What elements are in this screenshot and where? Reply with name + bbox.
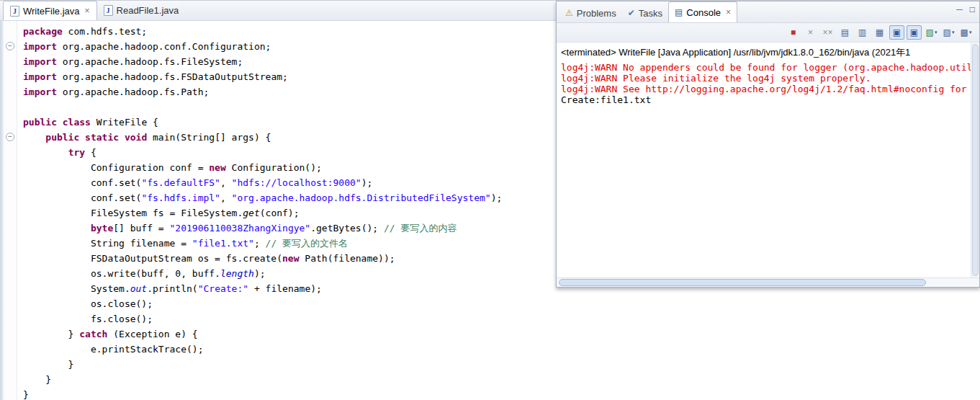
tab-problems[interactable]: ⚠ Problems: [559, 4, 622, 22]
dropdown-arrow-icon[interactable]: ▾: [969, 30, 972, 35]
tasks-icon: ✔: [628, 9, 635, 17]
console-output-line: log4j:WARN No appenders could be found f…: [561, 62, 975, 73]
eclipse-window: J WriteFile.java × J ReadFile1.java − − …: [0, 0, 980, 400]
fold-collapse-icon[interactable]: −: [6, 42, 14, 50]
show-stdout-button[interactable]: ▣: [889, 25, 904, 40]
code-line: }: [23, 387, 980, 400]
scrollbar-thumb[interactable]: [559, 279, 926, 286]
editor-tabbar: J WriteFile.java × J ReadFile1.java: [0, 1, 556, 21]
tab-tasks[interactable]: ✔ Tasks: [622, 4, 668, 22]
open-console-icon: ▧: [926, 27, 934, 37]
clear-console-button[interactable]: ▤: [837, 25, 853, 40]
console-output-line: log4j:WARN See http://logging.apache.org…: [561, 84, 975, 94]
fold-column: − −: [4, 21, 17, 400]
terminate-button[interactable]: ■: [786, 25, 801, 40]
tab-writefile-java[interactable]: J WriteFile.java ×: [3, 1, 97, 20]
display-console-button[interactable]: ▨▾: [941, 25, 956, 40]
display-console-icon: ▨: [943, 27, 951, 37]
console-output: log4j:WARN No appenders could be found f…: [557, 60, 979, 107]
problems-icon: ⚠: [565, 9, 573, 17]
code-line: fs.close();: [23, 311, 980, 326]
terminate-icon: ■: [791, 27, 796, 37]
console-view: ⚠ Problems ✔ Tasks ▤ Console × ─ □ ■×××▤…: [556, 1, 980, 288]
window-left-edge: [0, 1, 4, 400]
minimize-button[interactable]: ─: [956, 4, 963, 14]
tab-label: Tasks: [639, 8, 662, 19]
maximize-button[interactable]: □: [970, 4, 975, 14]
java-file-icon: J: [10, 6, 19, 17]
remove-launch-icon: ×: [808, 27, 813, 37]
code-line: }: [23, 357, 980, 372]
console-status-line: <terminated> WriteFile [Java Application…: [557, 43, 979, 60]
fold-collapse-icon[interactable]: −: [6, 133, 14, 141]
clear-console-icon: ▤: [841, 27, 849, 37]
console-tabbar: ⚠ Problems ✔ Tasks ▤ Console × ─ □: [557, 1, 979, 23]
tab-console[interactable]: ▤ Console ×: [668, 1, 737, 22]
scroll-lock-icon: ▥: [858, 27, 866, 37]
console-toolbar: ■×××▤▥▦▣▣▧▾▨▾▩▾: [557, 23, 979, 43]
java-file-icon: J: [104, 5, 113, 16]
console-horizontal-scrollbar[interactable]: [557, 277, 979, 287]
pin-console-icon: ▩: [961, 27, 968, 37]
console-body[interactable]: <terminated> WriteFile [Java Application…: [557, 43, 979, 277]
word-wrap-button[interactable]: ▦: [872, 25, 887, 40]
pin-console-button[interactable]: ▩▾: [958, 25, 974, 40]
tab-label: Problems: [577, 8, 616, 19]
open-console-button[interactable]: ▧▾: [924, 25, 939, 40]
scrollbar-thumb[interactable]: [972, 44, 979, 276]
code-line: os.close();: [23, 296, 980, 311]
dropdown-arrow-icon[interactable]: ▾: [952, 30, 955, 35]
tab-readfile1-java[interactable]: J ReadFile1.java: [97, 1, 186, 20]
remove-all-terminated-icon: ××: [822, 27, 832, 37]
word-wrap-icon: ▦: [876, 27, 884, 37]
console-icon: ▤: [675, 8, 683, 17]
scroll-lock-button[interactable]: ▥: [855, 25, 870, 40]
remove-launch-button[interactable]: ×: [803, 25, 818, 40]
activate-on-output-icon: ▣: [910, 27, 918, 37]
tab-label: Console: [686, 7, 721, 18]
dropdown-arrow-icon[interactable]: ▾: [935, 30, 938, 35]
close-icon[interactable]: ×: [84, 6, 90, 16]
code-line: }: [23, 372, 980, 387]
code-line: } catch (Exception e) {: [23, 326, 980, 342]
code-line: e.printStackTrace();: [23, 342, 980, 357]
remove-all-terminated-button[interactable]: ××: [820, 25, 835, 40]
show-stdout-icon: ▣: [893, 27, 901, 37]
console-output-line: log4j:WARN Please initialize the log4j s…: [561, 73, 975, 84]
tab-label: ReadFile1.java: [117, 5, 179, 16]
activate-on-output-button[interactable]: ▣: [907, 25, 922, 40]
tab-label: WriteFile.java: [23, 6, 80, 17]
close-icon[interactable]: ×: [724, 7, 731, 17]
console-output-line: Create:file1.txt: [561, 94, 975, 105]
console-vertical-scrollbar[interactable]: [971, 43, 979, 277]
